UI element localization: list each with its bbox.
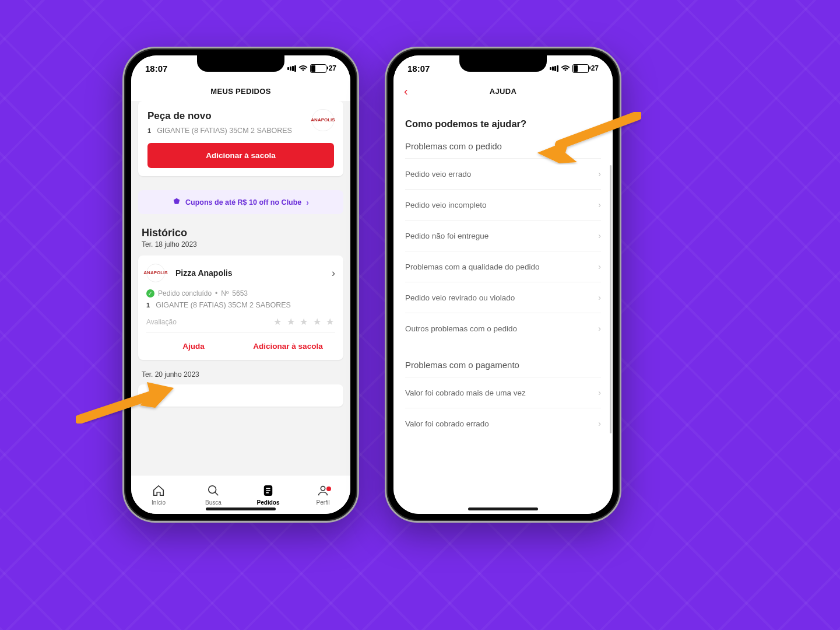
orders-content: Peça de novo ANAPOLIS 1 GIGANTE (8 FATIA… <box>131 101 350 514</box>
rating-row[interactable]: Avaliação ★ ★ ★ ★ ★ <box>146 316 335 327</box>
chevron-right-icon: › <box>598 388 601 397</box>
add-to-bag-button[interactable]: Adicionar à sacola <box>147 143 334 168</box>
svg-point-2 <box>321 486 325 490</box>
scroll-indicator <box>610 165 611 433</box>
check-icon: ✓ <box>146 289 154 298</box>
phone-frame-left: 18:07 27 MEUS PEDIDOS Peça de novo ANAPO… <box>122 47 359 523</box>
status-icons: 27 <box>550 64 599 73</box>
store-name: Pizza Anapolis <box>175 268 326 278</box>
notch <box>459 55 547 72</box>
home-indicator <box>206 508 276 510</box>
nav-bar: ‹ AJUDA <box>393 81 613 101</box>
page-background: 18:07 27 MEUS PEDIDOS Peça de novo ANAPO… <box>0 0 840 630</box>
help-button[interactable]: Ajuda <box>146 332 241 360</box>
help-list-label: Outros problemas com o pedido <box>405 324 517 333</box>
add-to-bag-button-history[interactable]: Adicionar à sacola <box>241 332 335 360</box>
help-list-item[interactable]: Pedido veio revirado ou violado› <box>405 282 601 313</box>
chevron-right-icon: › <box>598 262 601 271</box>
notch <box>197 55 284 72</box>
chevron-right-icon: › <box>306 198 309 207</box>
reorder-card: Peça de novo ANAPOLIS 1 GIGANTE (8 FATIA… <box>138 101 343 176</box>
history-item-name: GIGANTE (8 FATIAS) 35CM 2 SABORES <box>156 301 291 309</box>
tab-inicio[interactable]: Início <box>131 475 186 514</box>
order-number-label: Nº <box>221 289 229 298</box>
help-list-label: Pedido veio revirado ou violado <box>405 293 515 302</box>
svg-point-0 <box>209 485 216 493</box>
wifi-icon <box>298 65 308 72</box>
signal-icon <box>287 65 296 72</box>
help-list-label: Pedido veio incompleto <box>405 201 487 209</box>
history-item-line: 1 GIGANTE (8 FATIAS) 35CM 2 SABORES <box>146 301 335 309</box>
home-indicator <box>468 508 538 510</box>
search-icon <box>207 484 220 498</box>
page-title: MEUS PEDIDOS <box>210 87 270 96</box>
chevron-right-icon: › <box>598 231 601 240</box>
help-list-item[interactable]: Valor foi cobrado mais de uma vez› <box>405 377 601 408</box>
help-list-item[interactable]: Pedido veio incompleto› <box>405 189 601 220</box>
order-actions: Ajuda Adicionar à sacola <box>146 332 335 360</box>
restaurant-logo: ANAPOLIS <box>312 109 334 131</box>
order-status-text: Pedido concluído <box>158 289 212 298</box>
battery-percent: 27 <box>591 64 599 72</box>
notification-dot <box>326 487 331 491</box>
back-button[interactable]: ‹ <box>404 85 408 97</box>
chevron-right-icon: › <box>598 419 601 428</box>
home-icon <box>152 484 165 498</box>
history-date-2: Ter. 20 junho 2023 <box>142 370 340 379</box>
order-status-line: ✓ Pedido concluído • Nº 5653 <box>146 289 335 298</box>
star-icons[interactable]: ★ ★ ★ ★ ★ <box>273 316 335 327</box>
signal-icon <box>550 65 558 72</box>
help-list-label: Valor foi cobrado errado <box>405 419 489 428</box>
battery-icon <box>310 64 326 73</box>
battery-percent: 27 <box>329 64 336 72</box>
promo-banner[interactable]: Cupons de até R$ 10 off no Clube › <box>138 190 343 214</box>
rating-label: Avaliação <box>146 318 177 326</box>
reorder-title: Peça de novo <box>147 110 334 122</box>
history-date-1: Ter. 18 julho 2023 <box>142 240 340 249</box>
annotation-arrow-right <box>525 112 641 164</box>
wifi-icon <box>561 65 570 72</box>
chevron-right-icon: › <box>598 324 601 333</box>
chevron-right-icon: › <box>332 267 335 279</box>
help-list-label: Pedido veio errado <box>405 170 471 178</box>
page-title: AJUDA <box>490 87 516 96</box>
nav-bar: MEUS PEDIDOS <box>131 81 350 101</box>
history-item-qty: 1 <box>146 302 150 309</box>
battery-icon <box>572 64 589 73</box>
annotation-arrow-left <box>76 382 181 430</box>
reorder-item-line: 1 GIGANTE (8 FATIAS) 35CM 2 SABORES <box>147 127 334 135</box>
status-time: 18:07 <box>407 64 430 74</box>
chevron-right-icon: › <box>598 169 601 178</box>
help-list-label: Valor foi cobrado mais de uma vez <box>405 388 526 397</box>
status-icons: 27 <box>287 64 336 73</box>
history-order-card: ANAPOLIS Pizza Anapolis › ✓ Pedido concl… <box>138 256 343 360</box>
store-row[interactable]: ANAPOLIS Pizza Anapolis › <box>146 264 335 282</box>
phone-screen-left: 18:07 27 MEUS PEDIDOS Peça de novo ANAPO… <box>131 55 350 514</box>
chevron-right-icon: › <box>598 200 601 209</box>
help-list-item[interactable]: Pedido não foi entregue› <box>405 220 601 251</box>
help-list-item[interactable]: Outros problemas com o pedido› <box>405 313 601 344</box>
help-list-item[interactable]: Valor foi cobrado errado› <box>405 408 601 439</box>
reorder-qty: 1 <box>147 127 151 134</box>
club-badge-icon <box>173 197 181 207</box>
reorder-item-name: GIGANTE (8 FATIAS) 35CM 2 SABORES <box>157 127 292 135</box>
help-list-label: Problemas com a qualidade do pedido <box>405 262 539 271</box>
tab-perfil[interactable]: Perfil <box>296 475 350 514</box>
order-number: 5653 <box>232 289 248 298</box>
history-heading: Histórico <box>142 227 340 239</box>
restaurant-logo: ANAPOLIS <box>146 264 165 282</box>
chevron-right-icon: › <box>598 293 601 302</box>
help-section-2: Problemas com o pagamento <box>405 360 601 370</box>
status-time: 18:07 <box>145 64 167 74</box>
orders-icon <box>262 484 275 498</box>
promo-text: Cupons de até R$ 10 off no Clube <box>185 198 301 206</box>
help-list-item[interactable]: Problemas com a qualidade do pedido› <box>405 251 601 282</box>
help-list-label: Pedido não foi entregue <box>405 232 488 240</box>
